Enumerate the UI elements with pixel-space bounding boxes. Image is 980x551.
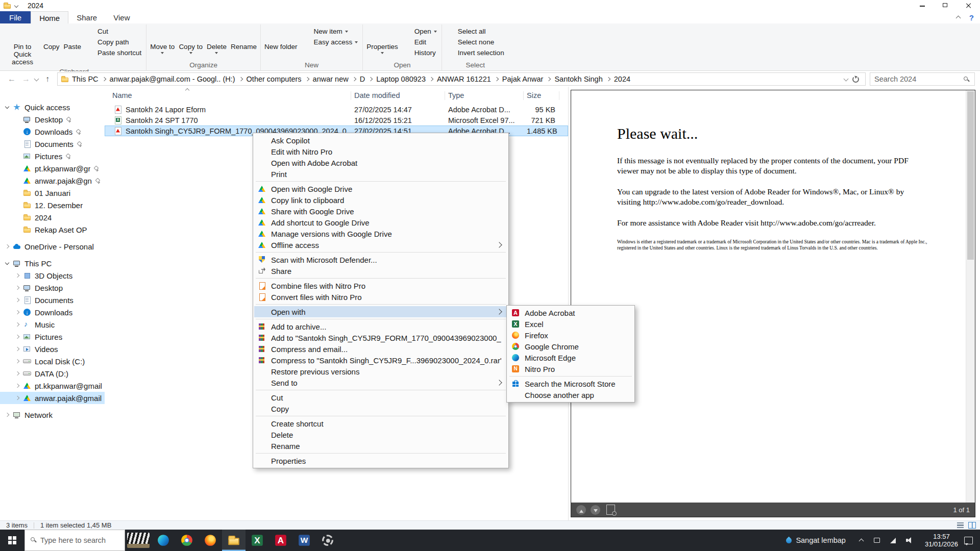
context-menu-item[interactable]: Add shortcut to Google Drive <box>254 217 507 228</box>
expander-icon[interactable] <box>15 395 20 400</box>
expander-icon[interactable] <box>15 154 20 159</box>
refresh-icon[interactable] <box>852 76 859 83</box>
context-menu-item[interactable]: Combine files with Nitro Pro <box>254 280 507 291</box>
file-row[interactable]: Santokh 24 SPT 1770 16/12/2025 15:21 Mic… <box>105 115 568 126</box>
submenu-item[interactable]: Adobe Acrobat <box>508 307 633 318</box>
tab-share[interactable]: Share <box>68 11 105 23</box>
sidebar-item[interactable]: Rekap Aset OP <box>0 223 105 236</box>
expander-icon[interactable] <box>15 334 20 339</box>
sidebar-item[interactable]: Network <box>0 409 105 421</box>
volume-icon[interactable] <box>906 537 914 543</box>
network-icon[interactable] <box>890 537 897 543</box>
tab-home[interactable]: Home <box>31 11 68 24</box>
clock[interactable]: 13:57 31/01/2026 <box>925 533 958 548</box>
taskbar-app-button[interactable] <box>175 530 199 551</box>
ribbon-button[interactable]: Invert selection <box>444 47 507 58</box>
tab-view[interactable]: View <box>105 11 138 23</box>
minimize-ribbon-icon[interactable] <box>956 15 961 19</box>
context-menu-item[interactable]: Create shortcut <box>254 418 507 429</box>
expander-icon[interactable] <box>15 227 20 232</box>
breadcrumb-item[interactable]: 2024 <box>614 75 630 83</box>
context-menu-item[interactable]: Rename <box>254 440 507 452</box>
quick-access-toolbar-dropdown-icon[interactable] <box>14 4 18 8</box>
breadcrumb-item[interactable]: Laptop 080923 <box>376 75 437 83</box>
ribbon-button[interactable]: Open <box>400 26 440 37</box>
sidebar-item[interactable]: Quick access <box>0 101 105 113</box>
scrollbar-thumb[interactable] <box>967 91 974 260</box>
large-icons-view-icon[interactable] <box>968 522 976 529</box>
search-input[interactable]: Search 2024 <box>870 72 975 86</box>
ribbon-button[interactable]: Cut <box>83 26 144 37</box>
context-menu-item[interactable]: Compress and email... <box>254 343 507 355</box>
submenu-item[interactable]: Nitro Pro <box>508 363 633 374</box>
context-menu-item[interactable]: Offline access <box>254 239 507 251</box>
context-menu-item[interactable]: Manage versions with Google Drive <box>254 228 507 239</box>
ribbon-button[interactable]: Easy access <box>300 37 361 47</box>
ribbon-button[interactable]: Edit <box>400 37 440 47</box>
sidebar-item[interactable]: Music <box>0 318 105 331</box>
ribbon-button[interactable]: Pin to Quick access <box>4 24 41 67</box>
sidebar-item[interactable]: pt.kkpanwar@gmail <box>0 380 105 392</box>
zebra-thumbnail-button[interactable] <box>125 530 152 551</box>
context-menu-item[interactable]: Restore previous versions <box>254 366 507 377</box>
taskbar-app-button[interactable] <box>222 530 246 551</box>
breadcrumb-item[interactable]: anwar new <box>313 75 360 83</box>
sidebar-item[interactable]: Downloads <box>0 126 105 138</box>
ribbon-button[interactable]: Move to <box>148 24 177 56</box>
context-menu-item[interactable]: Add to archive... <box>254 321 507 332</box>
expander-icon[interactable] <box>15 297 20 303</box>
submenu-item[interactable]: Microsoft Edge <box>508 352 633 363</box>
page-up-icon[interactable] <box>576 505 586 515</box>
ribbon-button[interactable]: Paste shortcut <box>83 47 144 58</box>
expander-icon[interactable] <box>5 105 10 110</box>
context-menu-item[interactable]: Cut <box>254 392 507 403</box>
ribbon-button[interactable]: Copy path <box>83 37 144 47</box>
context-menu-item[interactable]: Share <box>254 265 507 277</box>
column-header-size[interactable]: Size <box>524 91 559 100</box>
details-view-icon[interactable] <box>957 522 964 529</box>
breadcrumb-item[interactable]: D <box>360 75 376 83</box>
sidebar-item[interactable]: 01 Januari <box>0 187 105 199</box>
context-menu-item[interactable]: Open with Google Drive <box>254 183 507 194</box>
expander-icon[interactable] <box>15 310 20 315</box>
context-menu-item[interactable]: Add to "Santokh Singh_CY5JR9_FORM_1770_0… <box>254 332 507 343</box>
weather-widget[interactable]: Sangat lembap <box>786 536 846 544</box>
page-down-icon[interactable] <box>591 505 600 515</box>
context-menu-item[interactable]: Compress to "Santokh Singh_CY5JR9_F...39… <box>254 355 507 366</box>
expander-icon[interactable] <box>15 322 20 327</box>
context-menu-item[interactable]: Open with <box>254 306 507 317</box>
sidebar-item[interactable]: Videos <box>0 343 105 355</box>
sidebar-item[interactable]: Pictures <box>0 150 105 162</box>
breadcrumb-item[interactable]: Other computers <box>247 75 313 83</box>
expander-icon[interactable] <box>15 359 20 364</box>
address-field[interactable]: This PC anwar.pajak@gmail.com - Googl.. … <box>57 72 866 86</box>
expander-icon[interactable] <box>15 178 20 183</box>
ribbon-button[interactable]: Select all <box>444 26 507 37</box>
sidebar-item[interactable]: Pictures <box>0 331 105 343</box>
taskbar-app-button[interactable] <box>316 530 339 551</box>
expander-icon[interactable] <box>15 383 20 388</box>
minimize-button[interactable] <box>911 0 934 11</box>
start-button[interactable] <box>0 530 24 551</box>
file-row[interactable]: Santokh 24 Lapor Eform 27/02/2025 14:47 … <box>105 104 568 115</box>
context-menu-item[interactable]: Edit with Nitro Pro <box>254 146 507 157</box>
context-menu-item[interactable]: Send to <box>254 377 507 388</box>
sidebar-item[interactable]: anwar.pajak@gmail <box>0 392 105 404</box>
maximize-button[interactable] <box>934 0 957 11</box>
taskbar-search-input[interactable]: Type here to search <box>24 530 125 551</box>
back-button[interactable]: ← <box>5 74 18 84</box>
expander-icon[interactable] <box>15 190 20 195</box>
sidebar-item[interactable]: This PC <box>0 257 105 269</box>
sidebar-item[interactable]: Documents <box>0 138 105 150</box>
context-menu-item[interactable]: Delete <box>254 429 507 440</box>
context-menu-item[interactable]: Ask Copilot <box>254 135 507 146</box>
taskbar-app-button[interactable] <box>199 530 222 551</box>
context-menu-item[interactable]: Properties <box>254 455 507 466</box>
context-menu-item[interactable]: Open with Adobe Acrobat <box>254 157 507 168</box>
ribbon-button[interactable]: Paste <box>62 24 84 67</box>
context-menu-item[interactable]: Scan with Microsoft Defender... <box>254 254 507 265</box>
expander-icon[interactable] <box>15 203 20 208</box>
sidebar-item[interactable]: Desktop <box>0 113 105 126</box>
ribbon-button[interactable]: New folder <box>262 24 300 52</box>
column-header-type[interactable]: Type <box>445 91 524 100</box>
